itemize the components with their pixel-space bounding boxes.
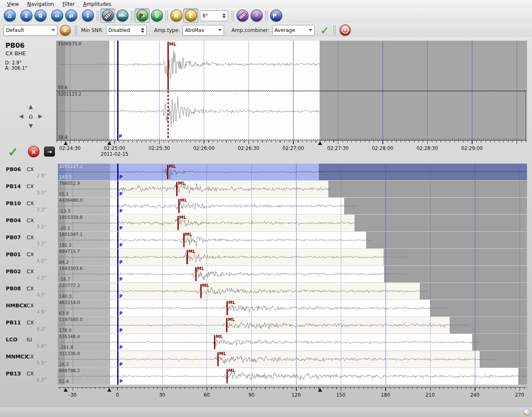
ml-marker[interactable] <box>178 199 180 213</box>
measure-tool-button[interactable] <box>235 9 249 22</box>
component-n-button[interactable]: N <box>169 9 183 22</box>
station-row[interactable]: 768052.955.1PML <box>58 181 527 197</box>
nav-home-button[interactable]: ⌂ <box>27 113 34 119</box>
ml-marker[interactable] <box>183 233 185 247</box>
station-row[interactable]: 1915339.8-20.1PML <box>58 215 527 231</box>
filter-profile-select[interactable]: Default <box>3 25 57 36</box>
reject-pick-button[interactable]: × <box>27 145 40 158</box>
p-marker[interactable] <box>117 368 118 385</box>
status-tray-icon[interactable] <box>523 409 530 416</box>
split-view-button[interactable]: ⇕ <box>81 9 95 22</box>
station-row[interactable]: 1197585.0178.0PML <box>58 317 527 334</box>
p-marker[interactable] <box>117 249 118 265</box>
amp-combiner-select[interactable]: Average <box>272 25 315 36</box>
time-window-handle[interactable] <box>107 388 111 392</box>
show-labels-button[interactable]: ABC <box>115 9 129 22</box>
spin-arrows-icon[interactable] <box>222 13 226 18</box>
pick-settings-button[interactable]: P <box>249 9 264 22</box>
station-row-label[interactable]: PB04CX3.5° <box>0 215 56 231</box>
ml-marker[interactable] <box>195 267 197 281</box>
apply-amplitudes-button[interactable]: ✓ <box>320 24 330 37</box>
ml-marker[interactable] <box>167 165 168 179</box>
station-row[interactable]: 1801097.1181.2PML <box>58 232 527 248</box>
station-row[interactable]: 462214.063.8PML <box>58 300 527 316</box>
ml-marker[interactable] <box>227 369 228 383</box>
zoom-trace-panel[interactable]: 3106573.050.63201123.239.4MLP <box>56 41 527 140</box>
pick-phase-button[interactable]: P▸ <box>135 8 150 23</box>
ml-marker[interactable] <box>167 42 169 90</box>
ml-marker[interactable] <box>167 91 169 140</box>
p-marker[interactable] <box>117 300 118 316</box>
station-row-label[interactable]: PB06CX2.9° <box>0 164 56 180</box>
p-marker[interactable] <box>117 232 118 248</box>
recompute-button[interactable]: ↻ <box>150 9 164 22</box>
station-row-label[interactable]: MNMCXCX5.8° <box>0 351 56 368</box>
nav-left-button[interactable]: ◀ <box>17 113 25 119</box>
p-marker[interactable] <box>117 351 118 368</box>
station-row[interactable]: 689715.784.2PML <box>58 249 527 265</box>
amplitude-zoom-out-button[interactable]: ⇅ <box>33 9 47 22</box>
station-row[interactable]: 1643303.6-16.7PML <box>58 266 527 282</box>
amp-type-select[interactable]: AbsMax <box>182 25 224 36</box>
station-row-label[interactable]: PB10CX3.3° <box>0 198 56 214</box>
station-row-label[interactable]: PB02CX4.0° <box>0 266 56 282</box>
p-marker[interactable] <box>117 41 118 140</box>
ml-marker[interactable] <box>226 318 227 332</box>
time-window-handle[interactable] <box>64 141 68 145</box>
time-window-handle[interactable] <box>107 141 111 145</box>
min-snr-spinbox[interactable]: Disabled <box>106 25 147 36</box>
amplitude-zoom-in-button[interactable]: ↕ <box>19 9 33 22</box>
station-row[interactable]: 4406480.0-13.3PML <box>58 198 527 214</box>
p-marker[interactable] <box>117 164 118 180</box>
ml-marker[interactable] <box>200 284 202 298</box>
menu-item-navigation[interactable]: Navigation <box>23 1 58 7</box>
nav-up-button[interactable]: ▲ <box>27 103 34 110</box>
station-row-label[interactable]: HMBCXCX4.9° <box>0 300 56 316</box>
amplitude-picker-button[interactable]: P~ <box>269 9 283 22</box>
menu-item-filter[interactable]: Filter <box>59 1 79 7</box>
station-row-label[interactable]: PB08CX4.7° <box>0 283 56 299</box>
ml-marker[interactable] <box>217 352 219 366</box>
ml-marker[interactable] <box>187 250 188 264</box>
time-window-handle[interactable] <box>318 388 322 392</box>
menu-item-amplitudes[interactable]: Amplitudes <box>79 1 115 7</box>
home-button[interactable]: ⌂ <box>2 9 17 22</box>
confirm-pick-button[interactable]: ✓ <box>7 145 19 158</box>
measure-amplitude-button[interactable] <box>100 8 115 23</box>
p-marker[interactable] <box>117 334 118 351</box>
export-pick-button[interactable]: → <box>43 145 56 158</box>
station-row-label[interactable]: LCOIU5.6° <box>0 334 56 351</box>
time-zoom-in-button[interactable]: ⇄ <box>64 9 78 22</box>
station-row[interactable]: 311336.826.3PML <box>58 351 527 368</box>
p-marker[interactable] <box>117 317 118 334</box>
p-marker[interactable] <box>117 181 118 197</box>
station-row[interactable]: 689798.251.4PML <box>58 368 527 385</box>
component-e-button[interactable]: E <box>183 8 198 23</box>
ml-marker[interactable] <box>214 335 215 349</box>
station-row-label[interactable]: PB01CX4.0° <box>0 249 56 265</box>
hash-button[interactable]: # <box>60 25 71 36</box>
time-window-handle[interactable] <box>64 388 68 392</box>
station-row-label[interactable]: PB11CX5.2° <box>0 317 56 334</box>
p-marker[interactable] <box>117 215 118 231</box>
p-marker[interactable] <box>117 198 118 214</box>
station-row[interactable]: 535348.4-261.6PML <box>58 334 527 351</box>
p-marker[interactable] <box>117 266 118 282</box>
p-marker[interactable] <box>117 283 118 299</box>
ml-marker[interactable] <box>177 216 179 230</box>
station-row-label[interactable]: PB07CX3.7° <box>0 232 56 248</box>
commit-magnitude-button[interactable] <box>340 25 351 36</box>
station-row-label[interactable]: PB14CX3.0° <box>0 181 56 197</box>
ml-marker[interactable] <box>227 301 228 315</box>
station-row-label[interactable]: PB13CX6.5° <box>0 368 56 385</box>
nav-down-button[interactable]: ▼ <box>27 122 34 129</box>
time-window-handle[interactable] <box>318 141 322 145</box>
menu-item-view[interactable]: View <box>3 1 22 7</box>
station-row[interactable]: 220777.2140.3PML <box>58 283 527 299</box>
rotation-spinbox[interactable]: 8° <box>200 10 228 21</box>
station-row[interactable]: 3201227.2143.5PML <box>58 164 527 180</box>
nav-right-button[interactable]: ▶ <box>37 113 44 119</box>
ml-marker[interactable] <box>176 182 177 196</box>
time-zoom-out-button[interactable]: ↔ <box>50 9 64 22</box>
spin-arrows-icon[interactable] <box>141 28 144 33</box>
